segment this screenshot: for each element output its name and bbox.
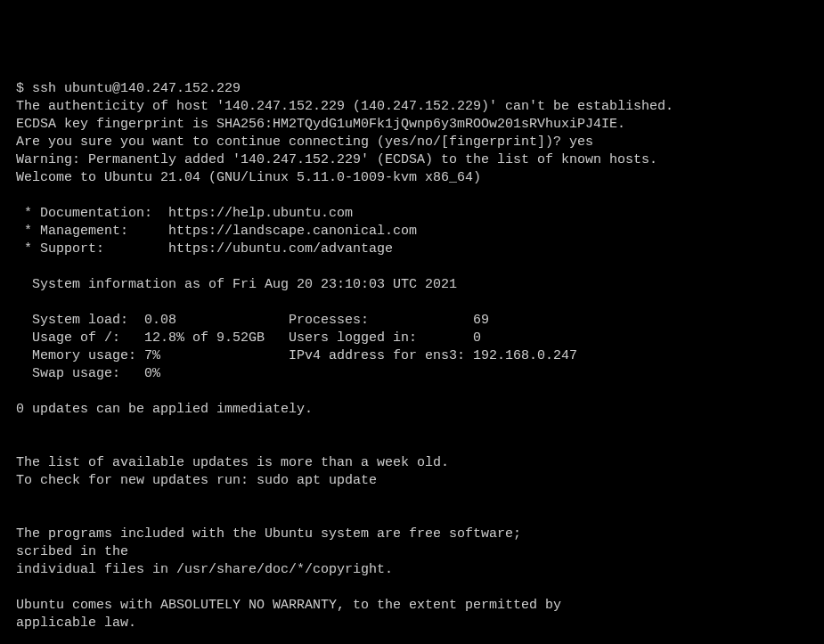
blank bbox=[16, 632, 808, 644]
blank bbox=[16, 419, 808, 436]
auth-prompt: Are you sure you want to continue connec… bbox=[16, 134, 808, 151]
blank bbox=[16, 187, 808, 205]
ssh-command: $ ssh ubuntu@140.247.152.229 bbox=[16, 80, 808, 98]
blank bbox=[16, 490, 808, 508]
blank bbox=[16, 258, 808, 276]
link-documentation: * Documentation: https://help.ubuntu.com bbox=[16, 205, 808, 223]
blank bbox=[16, 294, 808, 312]
legal-3: individual files in /usr/share/doc/*/cop… bbox=[16, 561, 808, 579]
terminal-output[interactable]: $ ssh ubuntu@140.247.152.229The authenti… bbox=[16, 80, 808, 644]
updates-stale-2: To check for new updates run: sudo apt u… bbox=[16, 472, 808, 490]
sysinfo-memory-ipv4: Memory usage: 7% IPv4 address for ens3: … bbox=[16, 347, 808, 365]
auth-added: Warning: Permanently added '140.247.152.… bbox=[16, 151, 808, 169]
link-support: * Support: https://ubuntu.com/advantage bbox=[16, 240, 808, 258]
sysinfo-load-processes: System load: 0.08 Processes: 69 bbox=[16, 312, 808, 330]
auth-fingerprint: ECDSA key fingerprint is SHA256:HM2TQydG… bbox=[16, 116, 808, 134]
blank bbox=[16, 579, 808, 597]
warranty-1: Ubuntu comes with ABSOLUTELY NO WARRANTY… bbox=[16, 597, 808, 615]
warranty-2: applicable law. bbox=[16, 615, 808, 632]
blank bbox=[16, 383, 808, 401]
sysinfo-header: System information as of Fri Aug 20 23:1… bbox=[16, 276, 808, 294]
blank bbox=[16, 436, 808, 454]
sysinfo-swap: Swap usage: 0% bbox=[16, 365, 808, 383]
sysinfo-usage-users: Usage of /: 12.8% of 9.52GB Users logged… bbox=[16, 330, 808, 347]
updates-stale-1: The list of available updates is more th… bbox=[16, 454, 808, 472]
auth-warning-1: The authenticity of host '140.247.152.22… bbox=[16, 98, 808, 116]
legal-1: The programs included with the Ubuntu sy… bbox=[16, 526, 808, 543]
blank bbox=[16, 508, 808, 526]
legal-2: scribed in the bbox=[16, 543, 808, 561]
welcome-banner: Welcome to Ubuntu 21.04 (GNU/Linux 5.11.… bbox=[16, 169, 808, 187]
updates-count: 0 updates can be applied immediately. bbox=[16, 401, 808, 419]
link-management: * Management: https://landscape.canonica… bbox=[16, 223, 808, 240]
